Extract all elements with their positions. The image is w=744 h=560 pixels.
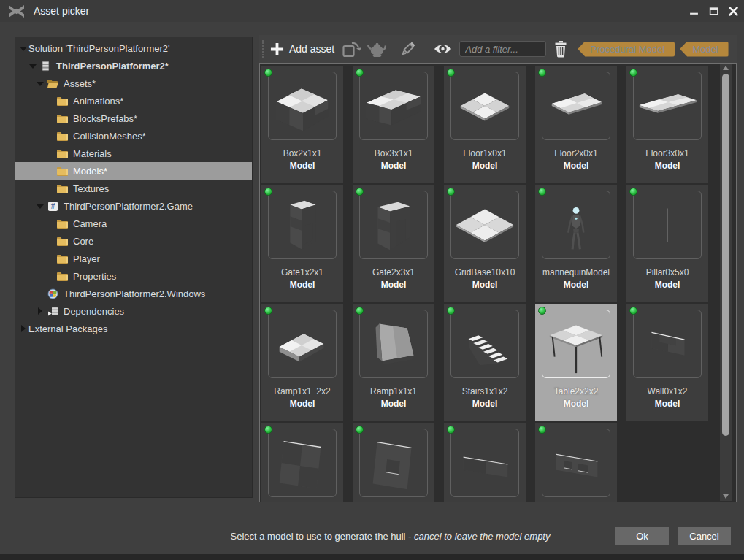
tree-item-label: ThirdPersonPlatformer2.Windows (64, 288, 205, 299)
minimize-button[interactable] (688, 5, 700, 18)
asset-thumbnail (542, 191, 610, 259)
preview-toggle-button[interactable] (433, 42, 453, 56)
asset-tile-floor2x0x1[interactable]: Floor2x0x1Model (535, 66, 617, 183)
import-asset-button[interactable] (342, 40, 361, 58)
titlebar: Asset picker (0, 0, 744, 22)
status-dot-icon (538, 188, 546, 196)
add-asset-button[interactable]: Add asset (270, 42, 334, 56)
scrollbar-down-button[interactable] (720, 492, 732, 501)
asset-tile-pillar0x5x0[interactable]: Pillar0x5x0Model (626, 185, 708, 302)
expander-collapsed-icon[interactable] (36, 302, 45, 320)
scrollbar-up-button[interactable] (720, 64, 732, 72)
asset-name: Floor1x0x1 (444, 148, 526, 158)
tree-item-label: Textures (73, 183, 109, 194)
asset-tile[interactable] (353, 423, 434, 502)
asset-grid-area: Box2x1x1ModelBox3x1x1ModelFloor1x0x1Mode… (259, 63, 737, 502)
windows-icon (47, 288, 59, 299)
asset-tile-gate1x2x1[interactable]: Gate1x2x1Model (261, 185, 343, 302)
tree-item-label: Camera (73, 218, 107, 229)
edit-asset-button[interactable] (399, 40, 417, 58)
asset-tile-table2x2x2[interactable]: Table2x2x2Model (535, 304, 617, 421)
stride-logo-icon (7, 4, 26, 19)
expander-spacer (45, 267, 55, 285)
asset-tile-box2x1x1[interactable]: Box2x1x1Model (261, 66, 343, 183)
tree-item-thirdpersonplatformer2[interactable]: ThirdPersonPlatformer2* (15, 57, 252, 74)
asset-thumbnail (633, 191, 702, 259)
asset-thumbnail (268, 310, 337, 378)
expander-spacer (45, 215, 55, 232)
window-title: Asset picker (34, 5, 89, 17)
toolbar-grip[interactable] (262, 40, 265, 58)
expander-expanded-icon[interactable] (19, 39, 28, 57)
asset-type: Model (444, 161, 526, 171)
folder-icon (56, 131, 69, 142)
tree-item-solution-thirdpersonplatformer2[interactable]: Solution 'ThirdPersonPlatformer2' (15, 39, 252, 57)
asset-type: Model (261, 280, 343, 290)
status-dot-icon (629, 69, 637, 77)
create-derived-asset-button[interactable] (367, 40, 388, 58)
asset-tile-box3x1x1[interactable]: Box3x1x1Model (353, 66, 434, 183)
status-dot-icon (447, 307, 455, 315)
tree-item-external-packages[interactable]: External Packages (15, 320, 252, 337)
tree-item-camera[interactable]: Camera (15, 215, 252, 232)
tree-item-assets[interactable]: Assets* (15, 74, 252, 92)
asset-thumbnail (633, 310, 702, 378)
expander-expanded-icon[interactable] (36, 74, 45, 92)
expander-expanded-icon[interactable] (36, 197, 45, 215)
status-dot-icon (538, 69, 546, 77)
asset-tile[interactable] (535, 423, 617, 502)
grid-scrollbar[interactable] (720, 64, 732, 501)
asset-name: Table2x2x2 (535, 386, 617, 396)
asset-tile[interactable] (444, 423, 526, 502)
filter-input[interactable] (459, 41, 546, 57)
tree-item-textures[interactable]: Textures (15, 180, 252, 197)
tree-item-dependencies[interactable]: Dependencies (15, 302, 252, 320)
expander-spacer (45, 250, 55, 267)
asset-type: Model (626, 280, 708, 290)
asset-tile-floor3x0x1[interactable]: Floor3x0x1Model (626, 66, 708, 183)
asset-tile-wall0x1x2[interactable]: Wall0x1x2Model (626, 304, 708, 421)
tree-item-thirdpersonplatformer2-windows[interactable]: ThirdPersonPlatformer2.Windows (15, 285, 252, 302)
tree-item-label: Core (73, 236, 93, 247)
asset-tile-gridbase10x10[interactable]: GridBase10x10Model (444, 185, 526, 302)
tree-item-core[interactable]: Core (15, 232, 252, 250)
status-dot-icon (538, 307, 546, 315)
folder-icon (56, 236, 69, 247)
asset-tile-stairs1x1x2[interactable]: Stairs1x1x2Model (444, 304, 526, 421)
filter-tag-procedural-model[interactable]: Procedural Model (578, 42, 675, 57)
filter-tags: Procedural Model Model (578, 42, 728, 57)
filter-tag-model[interactable]: Model (680, 42, 728, 57)
folder-icon (56, 183, 69, 194)
tree-item-player[interactable]: Player (15, 250, 252, 267)
plus-icon (270, 42, 284, 56)
tree-panel: Solution 'ThirdPersonPlatformer2'ThirdPe… (15, 37, 253, 498)
tree-item-models[interactable]: Models* (15, 162, 252, 180)
tree-item-materials[interactable]: Materials (15, 145, 252, 162)
asset-tile-ramp1x1x1[interactable]: Ramp1x1x1Model (353, 304, 434, 421)
asset-tile-mannequinmodel[interactable]: mannequinModelModel (535, 185, 617, 302)
tree-item-label: BlocksPrefabs* (73, 113, 137, 124)
status-dot-icon (538, 426, 546, 434)
expander-expanded-icon[interactable] (28, 57, 38, 74)
asset-tile-ramp1x1-2x2[interactable]: Ramp1x1_2x2Model (261, 304, 343, 421)
clear-filter-button[interactable] (553, 40, 568, 58)
maximize-button[interactable] (707, 5, 720, 18)
tree-item-thirdpersonplatformer2-game[interactable]: #ThirdPersonPlatformer2.Game (15, 197, 252, 215)
tree-item-properties[interactable]: Properties (15, 267, 252, 285)
asset-name: Gate1x2x1 (261, 267, 343, 277)
asset-tile-floor1x0x1[interactable]: Floor1x0x1Model (444, 66, 526, 183)
tree-item-label: Solution 'ThirdPersonPlatformer2' (28, 43, 170, 54)
package-icon (39, 61, 52, 72)
tree-item-animations[interactable]: Animations* (15, 92, 252, 110)
tree-item-collisionmeshes[interactable]: CollisionMeshes* (15, 127, 252, 145)
tree-item-blocksprefabs[interactable]: BlocksPrefabs* (15, 110, 252, 127)
asset-tile-gate2x3x1[interactable]: Gate2x3x1Model (353, 185, 434, 302)
expander-collapsed-icon[interactable] (19, 320, 28, 337)
expander-spacer (45, 127, 55, 145)
asset-tile[interactable] (261, 423, 343, 502)
expander-spacer (45, 232, 55, 250)
scrollbar-thumb[interactable] (722, 74, 729, 436)
cancel-button[interactable]: Cancel (678, 527, 731, 545)
close-button[interactable] (727, 5, 740, 18)
ok-button[interactable]: Ok (615, 527, 669, 545)
